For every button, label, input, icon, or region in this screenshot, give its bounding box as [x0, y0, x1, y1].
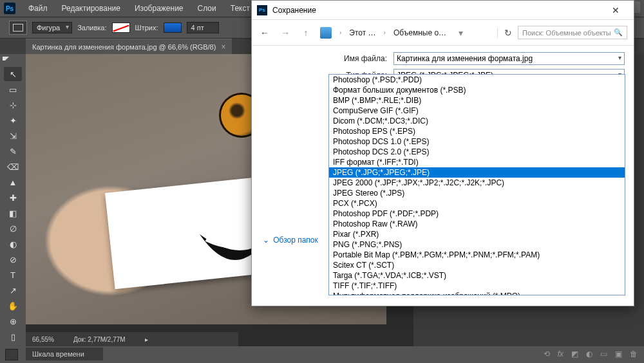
breadcrumb-2[interactable]: Объемные о… [393, 28, 446, 37]
stroke-label: Штрих: [135, 24, 158, 32]
tool-button[interactable]: ⊕ [4, 314, 22, 328]
filetype-option[interactable]: Photoshop PDF (*.PDF;*.PDP) [329, 209, 625, 219]
browse-folders-toggle[interactable]: ⌄ Обзор папок [263, 174, 318, 306]
doc-size: Док: 2,77M/2,77M [73, 336, 126, 343]
refresh-button[interactable]: ↻ [497, 28, 510, 38]
save-dialog: Ps Сохранение ✕ ← → ↑ › Этот … › Объемны… [251, 0, 634, 306]
filename-label: Имя файла: [329, 54, 393, 63]
filetype-option[interactable]: Формат больших документов (*.PSB) [329, 85, 625, 95]
tool-button[interactable]: ✎ [4, 144, 22, 158]
filename-input[interactable]: Картинка для изменения формата.jpg ▾ [393, 52, 625, 65]
filetype-option[interactable]: Pixar (*.PXR) [329, 229, 625, 239]
link-icon[interactable]: ⟲ [544, 349, 550, 358]
tool-button[interactable]: ⌫ [4, 160, 22, 174]
filetype-option[interactable]: Targa (*.TGA;*.VDA;*.ICB;*.VST) [329, 270, 625, 281]
new-layer-icon[interactable]: ▣ [615, 349, 622, 358]
timeline-panel-tab[interactable]: Шкала времени [26, 348, 103, 360]
filetype-option[interactable]: Photoshop DCS 1.0 (*.EPS) [329, 136, 625, 147]
tool-preset-button[interactable] [9, 21, 27, 35]
shape-mode-dropdown[interactable]: Фигура [32, 22, 72, 33]
tool-button[interactable]: ⇲ [4, 129, 22, 143]
adjustment-icon[interactable]: ◐ [586, 349, 592, 358]
nav-forward-button[interactable]: → [279, 28, 292, 38]
filetype-option[interactable]: JPEG Stereo (*.JPS) [329, 188, 625, 198]
tool-button[interactable]: ✋ [4, 299, 22, 313]
chevron-down-icon: ⌄ [263, 236, 269, 245]
tool-button[interactable]: ▲ [4, 175, 22, 189]
dialog-close-button[interactable]: ✕ [603, 5, 629, 15]
trash-icon[interactable]: 🗑 [630, 349, 638, 358]
document-tab-title: Картинка для изменения формата.jpg @ 66,… [32, 43, 216, 51]
document-status-bar: 66,55% Док: 2,77M/2,77M ▸ [26, 332, 238, 346]
dialog-fields: Имя файла: Картинка для изменения формат… [329, 46, 634, 306]
filetype-option[interactable]: Photoshop Raw (*.RAW) [329, 219, 625, 229]
filetype-option[interactable]: IFF формат (*.IFF;*.TDI) [329, 157, 625, 167]
tool-button[interactable]: ◐ [4, 237, 22, 251]
filename-value: Картинка для изменения формата.jpg [397, 54, 533, 63]
filetype-option[interactable]: TIFF (*.TIF;*.TIFF) [329, 281, 625, 291]
filetype-option[interactable]: JPEG 2000 (*.JPF;*.JPX;*.JP2;*.J2C;*.J2K… [329, 178, 625, 188]
dialog-app-icon: Ps [257, 5, 267, 15]
tool-button[interactable]: ⊹ [4, 98, 22, 112]
status-arrow-icon[interactable]: ▸ [145, 336, 148, 343]
mask-icon[interactable]: ◩ [571, 349, 578, 358]
app-icon: Ps [4, 3, 15, 14]
tool-button[interactable]: ↖ [4, 67, 22, 81]
filetype-option[interactable]: Мультиформатная поддержка изображений (*… [329, 291, 625, 295]
tool-button[interactable]: ▯ [4, 330, 22, 344]
tools-panel: ↖▭⊹✦⇲✎⌫▲✚◧∅◐⊘T↗✋⊕▯ [0, 54, 26, 346]
dialog-nav-bar: ← → ↑ › Этот … › Объемные о… ▾ ↻ Поиск: … [252, 20, 634, 46]
filetype-option[interactable]: BMP (*.BMP;*.RLE;*.DIB) [329, 95, 625, 106]
location-icon[interactable] [320, 27, 332, 39]
search-placeholder: Поиск: Объемные объекты [522, 29, 611, 37]
filetype-option[interactable]: Photoshop (*.PSD;*.PDD) [329, 75, 625, 85]
stroke-swatch[interactable] [164, 23, 182, 33]
group-icon[interactable]: ▭ [600, 349, 607, 358]
tool-button[interactable]: ✦ [4, 113, 22, 127]
dialog-sidebar: ⌄ Обзор папок [252, 46, 329, 306]
fill-swatch[interactable] [112, 23, 130, 33]
tool-button[interactable]: ▭ [4, 82, 22, 97]
fx-icon[interactable]: fx [558, 349, 564, 358]
filetype-option[interactable]: Dicom (*.DCM;*.DC3;*.DIC) [329, 116, 625, 126]
chevron-down-icon[interactable]: ▾ [618, 54, 621, 61]
filetype-option[interactable]: Photoshop EPS (*.EPS) [329, 126, 625, 136]
dialog-title: Сохранение [272, 6, 603, 15]
fill-label: Заливка: [77, 24, 106, 32]
filetype-options-list[interactable]: Photoshop (*.PSD;*.PDD)Формат больших до… [328, 74, 625, 295]
dialog-body: ⌄ Обзор папок Имя файла: Картинка для из… [252, 46, 634, 306]
dialog-titlebar: Ps Сохранение ✕ [252, 1, 634, 20]
breadcrumb-1[interactable]: Этот … [349, 28, 375, 37]
tool-button[interactable]: T [4, 268, 22, 282]
tool-button[interactable]: ∅ [4, 221, 22, 236]
filetype-option[interactable]: JPEG (*.JPG;*.JPEG;*.JPE) [329, 167, 625, 178]
filetype-option[interactable]: PNG (*.PNG;*.PNS) [329, 239, 625, 250]
zoom-level[interactable]: 66,55% [32, 336, 54, 343]
browse-folders-label: Обзор папок [273, 236, 318, 245]
nav-back-button[interactable]: ← [258, 28, 271, 38]
menu-file[interactable]: Файл [22, 1, 54, 15]
crumb-dropdown-icon[interactable]: ▾ [454, 28, 467, 38]
filetype-option[interactable]: Scitex CT (*.SCT) [329, 260, 625, 270]
tool-button[interactable]: ↗ [4, 283, 22, 297]
document-tab[interactable]: Картинка для изменения формата.jpg @ 66,… [26, 39, 232, 54]
tool-button[interactable]: ◧ [4, 206, 22, 220]
menu-image[interactable]: Изображение [128, 1, 190, 15]
search-icon: 🔍 [614, 28, 623, 37]
filetype-option[interactable]: Portable Bit Map (*.PBM;*.PGM;*.PPM;*.PN… [329, 250, 625, 260]
crumb-sep-icon: › [339, 29, 341, 36]
layer-panel-footer: ⟲ fx ◩ ◐ ▭ ▣ 🗑 [544, 348, 638, 360]
search-input[interactable]: Поиск: Объемные объекты 🔍 [518, 26, 627, 39]
tool-button[interactable]: ⊘ [4, 252, 22, 266]
filetype-option[interactable]: PCX (*.PCX) [329, 198, 625, 209]
panel-toggle-icon[interactable] [3, 57, 9, 63]
menu-layers[interactable]: Слои [191, 1, 223, 15]
document-tab-close[interactable]: × [221, 42, 225, 51]
filetype-option[interactable]: Photoshop DCS 2.0 (*.EPS) [329, 147, 625, 157]
tool-button[interactable]: ✚ [4, 191, 22, 205]
nav-up-button[interactable]: ↑ [299, 28, 312, 38]
menu-edit[interactable]: Редактирование [55, 1, 127, 15]
quick-mask-toggle[interactable] [5, 349, 18, 360]
stroke-width-input[interactable]: 4 пт [187, 22, 219, 33]
filetype-option[interactable]: CompuServe GIF (*.GIF) [329, 106, 625, 116]
